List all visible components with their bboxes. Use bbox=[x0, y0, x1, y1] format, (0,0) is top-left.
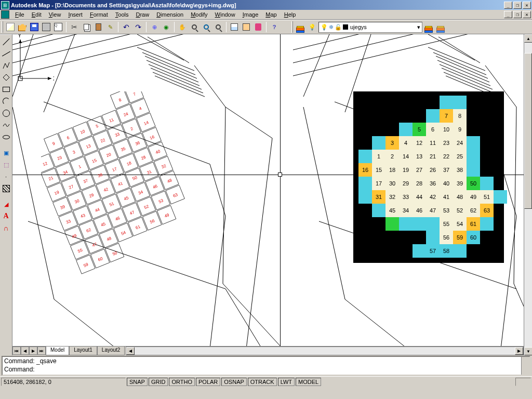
open-button[interactable] bbox=[17, 21, 28, 33]
zoom-realtime-button[interactable] bbox=[189, 21, 200, 33]
save-button[interactable] bbox=[29, 21, 40, 33]
tab-next-button[interactable]: ▶ bbox=[29, 347, 37, 355]
properties-button[interactable] bbox=[229, 21, 240, 33]
arc-button[interactable] bbox=[1, 96, 12, 107]
menu-dimension[interactable]: Dimension bbox=[153, 10, 187, 19]
v-scrollbar[interactable]: ▲ ▼ bbox=[524, 34, 532, 355]
today-button[interactable]: ◉ bbox=[161, 21, 172, 33]
zoom-previous-button[interactable] bbox=[212, 21, 224, 33]
layer-tool-button[interactable] bbox=[435, 21, 446, 33]
tab-last-button[interactable]: ⏭ bbox=[37, 347, 46, 355]
match-button[interactable]: ✎ bbox=[104, 21, 116, 33]
raster-cell bbox=[480, 163, 494, 177]
status-model[interactable]: MODEL bbox=[296, 378, 321, 386]
tab-layout1[interactable]: Layout1 bbox=[69, 347, 97, 355]
coordinate-display[interactable]: 516408, 286182, 0 bbox=[1, 378, 126, 386]
status-tray[interactable] bbox=[515, 378, 531, 386]
drawing-canvas[interactable]: 8796105112441223313223321421341152035361… bbox=[12, 34, 524, 346]
v-scroll-thumb[interactable] bbox=[524, 53, 532, 209]
svg-text:44: 44 bbox=[95, 207, 101, 213]
ellipse-button[interactable] bbox=[1, 131, 12, 143]
layer-previous-button[interactable] bbox=[423, 21, 434, 33]
document-icon[interactable] bbox=[1, 10, 9, 19]
rectangle-button[interactable] bbox=[1, 84, 12, 95]
point-button[interactable]: · bbox=[1, 171, 12, 182]
new-button[interactable] bbox=[5, 21, 16, 33]
raster-cell bbox=[358, 109, 372, 123]
magnet-button[interactable]: ∩ bbox=[1, 222, 12, 234]
menu-draw[interactable]: Draw bbox=[132, 10, 153, 19]
menu-modify[interactable]: Modify bbox=[187, 10, 211, 19]
h-scrollbar[interactable]: ◀ ▶ bbox=[126, 347, 524, 355]
menu-help[interactable]: Help bbox=[281, 10, 300, 19]
menu-format[interactable]: Format bbox=[86, 10, 112, 19]
pan-button[interactable]: ✋ bbox=[177, 21, 188, 33]
scroll-right-button[interactable]: ▶ bbox=[515, 347, 523, 355]
layer-dropdown[interactable]: 💡❄🔓 ujegys ▾ bbox=[318, 22, 422, 33]
status-grid[interactable]: GRID bbox=[149, 378, 168, 386]
menu-edit[interactable]: Edit bbox=[28, 10, 45, 19]
menu-file[interactable]: File bbox=[11, 10, 28, 19]
spline-button[interactable] bbox=[1, 119, 12, 131]
make-block-button[interactable]: ⬚ bbox=[1, 159, 12, 170]
region-button[interactable]: ◢ bbox=[1, 198, 12, 210]
close-button[interactable]: ✕ bbox=[523, 2, 531, 9]
doc-close-button[interactable]: ✕ bbox=[523, 11, 531, 18]
tab-model[interactable]: Model bbox=[46, 347, 69, 355]
status-snap[interactable]: SNAP bbox=[127, 378, 148, 386]
scroll-down-button[interactable]: ▼ bbox=[524, 347, 532, 355]
line-button[interactable] bbox=[1, 36, 12, 47]
layer-manager-button[interactable] bbox=[295, 21, 306, 33]
dbconnect-button[interactable] bbox=[252, 21, 264, 33]
paste-button[interactable] bbox=[92, 21, 104, 33]
designcenter-button[interactable] bbox=[241, 21, 252, 33]
layer-toolbar-grip[interactable] bbox=[291, 21, 293, 33]
raster-cell bbox=[413, 109, 426, 123]
layer-states-button[interactable]: 💡 bbox=[307, 21, 318, 33]
tab-first-button[interactable]: ⏮ bbox=[12, 347, 21, 355]
print-preview-button[interactable]: Q bbox=[52, 21, 64, 33]
raster-cell: 44 bbox=[413, 190, 426, 204]
menu-view[interactable]: View bbox=[45, 10, 65, 19]
doc-restore-button[interactable]: ❐ bbox=[513, 11, 522, 18]
status-ortho[interactable]: ORTHO bbox=[169, 378, 195, 386]
insert-block-button[interactable]: ▣ bbox=[1, 147, 12, 158]
scroll-left-button[interactable]: ◀ bbox=[126, 347, 135, 355]
print-button[interactable] bbox=[41, 21, 52, 33]
polygon-button[interactable] bbox=[1, 72, 12, 83]
command-scrollbar[interactable] bbox=[521, 357, 529, 375]
zoom-window-button[interactable] bbox=[201, 21, 212, 33]
minimize-button[interactable]: _ bbox=[504, 2, 512, 9]
undo-button[interactable]: ↶ bbox=[121, 21, 132, 33]
circle-button[interactable] bbox=[1, 108, 12, 119]
status-lwt[interactable]: LWT bbox=[278, 378, 295, 386]
tab-layout2[interactable]: Layout2 bbox=[97, 347, 125, 355]
tab-prev-button[interactable]: ◀ bbox=[21, 347, 29, 355]
cut-button[interactable]: ✂ bbox=[69, 21, 80, 33]
command-window[interactable]: Command: _qsave Command: bbox=[2, 356, 530, 376]
hatch-button[interactable] bbox=[1, 183, 12, 194]
scroll-up-button[interactable]: ▲ bbox=[524, 34, 532, 43]
doc-minimize-button[interactable]: _ bbox=[504, 11, 512, 18]
text-button[interactable]: A bbox=[1, 210, 12, 222]
maximize-button[interactable]: ❐ bbox=[513, 2, 522, 9]
hyperlink-button[interactable]: ⊕ bbox=[149, 21, 160, 33]
menu-image[interactable]: Image bbox=[239, 10, 262, 19]
menu-insert[interactable]: Insert bbox=[64, 10, 86, 19]
raster-cell bbox=[413, 244, 426, 258]
redo-button[interactable]: ↶ bbox=[132, 21, 144, 33]
command-prompt[interactable]: Command: bbox=[4, 366, 528, 374]
window-title: Autodesk Map - [D:\Documents and Setting… bbox=[11, 2, 503, 8]
status-polar[interactable]: POLAR bbox=[196, 378, 220, 386]
xline-button[interactable] bbox=[1, 48, 12, 59]
menu-tools[interactable]: Tools bbox=[112, 10, 132, 19]
copy-button[interactable] bbox=[81, 21, 92, 33]
menu-window[interactable]: Window bbox=[211, 10, 239, 19]
status-otrack[interactable]: OTRACK bbox=[248, 378, 277, 386]
help-button[interactable]: ? bbox=[269, 21, 280, 33]
status-osnap[interactable]: OSNAP bbox=[221, 378, 247, 386]
toolbar-grip[interactable] bbox=[2, 21, 3, 33]
svg-line-19 bbox=[293, 34, 524, 76]
menu-map[interactable]: Map bbox=[262, 10, 280, 19]
pline-button[interactable] bbox=[1, 60, 12, 71]
